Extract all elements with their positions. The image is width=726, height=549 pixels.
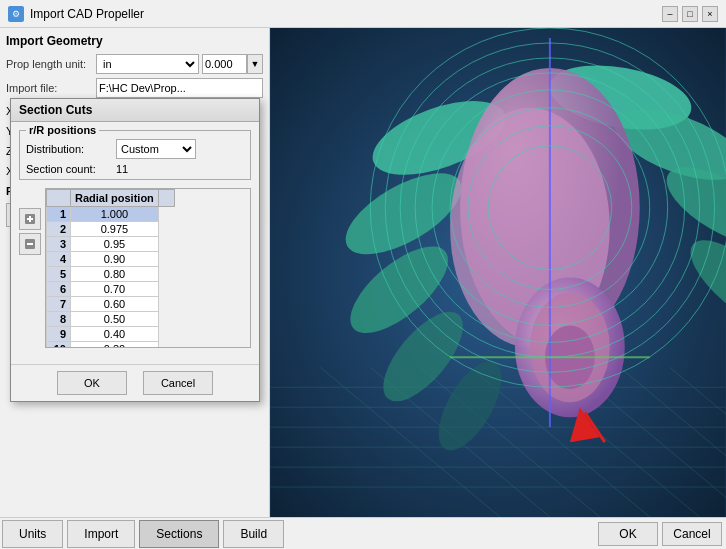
row-value-cell[interactable]: 0.70 [71,282,159,297]
minimize-button[interactable]: – [662,6,678,22]
units-button[interactable]: Units [2,520,63,548]
row-value-cell[interactable]: 0.40 [71,327,159,342]
row-num-cell: 8 [47,312,71,327]
table-add-btn[interactable] [19,208,41,230]
sections-button[interactable]: Sections [139,520,219,548]
import-file-label: Import file: [6,82,96,94]
import-file-row: Import file: [6,78,263,98]
table-sidebar [19,208,41,348]
row-num-cell: 4 [47,252,71,267]
row-num-cell: 3 [47,237,71,252]
status-cancel-button[interactable]: Cancel [662,522,722,546]
table-row[interactable]: 30.95 [47,237,175,252]
section-count-row: Section count: 11 [26,163,244,175]
row-num-cell: 9 [47,327,71,342]
table-wrapper: Radial position 11.00020.97530.9540.9050… [45,188,251,348]
maximize-button[interactable]: □ [682,6,698,22]
import-button[interactable]: Import [67,520,135,548]
row-num-cell: 2 [47,222,71,237]
modal-title: Section Cuts [19,103,92,117]
table-row[interactable]: 80.50 [47,312,175,327]
table-row[interactable]: 90.40 [47,327,175,342]
row-value-cell[interactable]: 0.90 [71,252,159,267]
scroll-header [158,190,174,207]
row-num-cell: 5 [47,267,71,282]
col-num-header [47,190,71,207]
row-value-cell[interactable]: 0.60 [71,297,159,312]
distribution-label: Distribution: [26,143,116,155]
radial-position-table: Radial position 11.00020.97530.9540.9050… [46,189,175,348]
row-value-cell[interactable]: 0.95 [71,237,159,252]
col-radial-header: Radial position [71,190,159,207]
distribution-row: Distribution: CustomLinearCosine [26,139,244,159]
table-row[interactable]: 60.70 [47,282,175,297]
table-row[interactable]: 50.80 [47,267,175,282]
modal-ok-button[interactable]: OK [57,371,127,395]
table-row[interactable]: 20.975 [47,222,175,237]
viewport-3d-svg [270,28,726,517]
app-icon: ⚙ [8,6,24,22]
row-value-cell[interactable]: 0.30 [71,342,159,349]
window-title: Import CAD Propeller [30,7,662,21]
left-panel: Import Geometry Prop length unit: inftmm… [0,28,270,517]
close-button[interactable]: × [702,6,718,22]
section-count-label: Section count: [26,163,116,175]
main-container: Import Geometry Prop length unit: inftmm… [0,28,726,549]
table-row[interactable]: 40.90 [47,252,175,267]
row-num-cell: 6 [47,282,71,297]
title-bar: ⚙ Import CAD Propeller – □ × [0,0,726,28]
prop-length-row: Prop length unit: inftmm ▼ [6,54,263,74]
table-row[interactable]: 100.30 [47,342,175,349]
rr-positions-group: r/R positions Distribution: CustomLinear… [19,130,251,180]
row-value-cell[interactable]: 0.50 [71,312,159,327]
build-button[interactable]: Build [223,520,284,548]
group-content: Distribution: CustomLinearCosine Section… [26,139,244,175]
section-count-value: 11 [116,163,128,175]
status-bar: Units Import Sections Build OK Cancel [0,517,726,549]
row-value-cell[interactable]: 0.80 [71,267,159,282]
row-value-cell[interactable]: 1.000 [71,207,159,222]
prop-length-num[interactable] [202,54,247,74]
prop-length-label: Prop length unit: [6,58,96,70]
import-file-input[interactable] [96,78,263,98]
status-ok-button[interactable]: OK [598,522,658,546]
section-cuts-modal: Section Cuts r/R positions Distribution:… [10,98,260,402]
group-title: r/R positions [26,124,99,136]
content-area: Import Geometry Prop length unit: inftmm… [0,28,726,517]
table-container: Radial position 11.00020.97530.9540.9050… [19,188,251,348]
table-row[interactable]: 70.60 [47,297,175,312]
modal-cancel-button[interactable]: Cancel [143,371,213,395]
row-num-cell: 1 [47,207,71,222]
table-scroll[interactable]: Radial position 11.00020.97530.9540.9050… [45,188,251,348]
table-body: 11.00020.97530.9540.9050.8060.7070.6080.… [47,207,175,349]
row-value-cell[interactable]: 0.975 [71,222,159,237]
window-controls[interactable]: – □ × [662,6,718,22]
prop-length-dropdown-btn[interactable]: ▼ [247,54,263,74]
modal-header: Section Cuts [11,99,259,122]
modal-footer: OK Cancel [11,364,259,401]
distribution-select[interactable]: CustomLinearCosine [116,139,196,159]
import-geometry-title: Import Geometry [6,34,263,48]
right-panel [270,28,726,517]
modal-body: r/R positions Distribution: CustomLinear… [11,122,259,364]
prop-length-select[interactable]: inftmm [96,54,199,74]
row-num-cell: 7 [47,297,71,312]
row-num-cell: 10 [47,342,71,349]
table-row[interactable]: 11.000 [47,207,175,222]
table-remove-btn[interactable] [19,233,41,255]
